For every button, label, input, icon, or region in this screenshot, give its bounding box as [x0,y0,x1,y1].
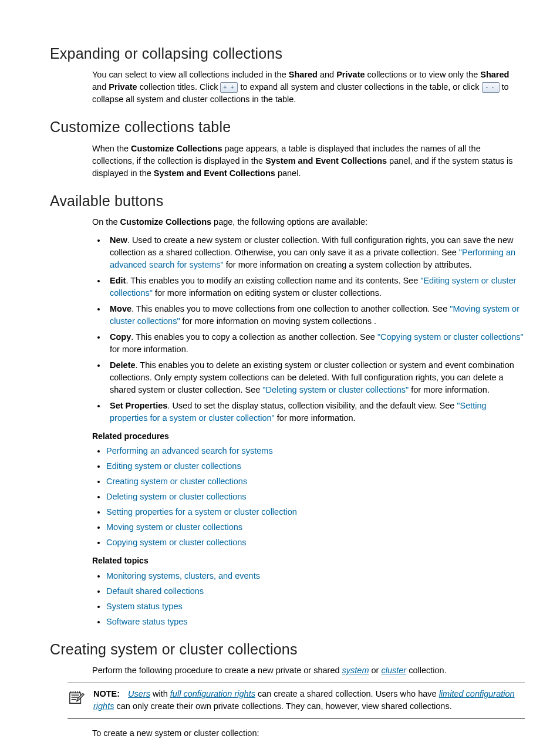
list-item: New. Used to create a new system or clus… [106,234,525,271]
list-item: Performing an advanced search for system… [106,445,525,457]
list-item: System status types [106,600,525,613]
note-icon [68,688,85,713]
list-item: Edit. This enables you to modify an exis… [106,275,525,299]
list-item: Creating system or cluster collections [106,475,525,488]
sec2-body: When the Customize Collections page appe… [92,143,525,180]
glossary-users[interactable]: Users [128,689,150,698]
collapse-icon: - - [482,82,500,93]
list-item: Set Properties. Used to set the display … [106,400,525,424]
sec2-para: When the Customize Collections page appe… [92,143,525,180]
heading-customize-table: Customize collections table [50,116,525,137]
sec4-lead: To create a new system or cluster collec… [92,727,525,740]
list-item: Copying system or cluster collections [106,536,525,549]
list-item: Deleting system or cluster collections [106,491,525,503]
list-item: Moving system or cluster collections [106,521,525,534]
link-rel-proc[interactable]: Editing system or cluster collections [106,461,241,471]
link-deleting[interactable]: "Deleting system or cluster collections" [262,385,409,394]
sec4-body: Perform the following procedure to creat… [92,664,525,677]
link-rel-top[interactable]: Monitoring systems, clusters, and events [106,571,260,580]
glossary-full-config[interactable]: full configuration rights [170,689,255,698]
list-item: Software status types [106,616,525,628]
link-rel-proc[interactable]: Setting properties for a system or clust… [106,507,297,517]
sec1-body: You can select to view all collections i… [92,69,525,106]
link-copying[interactable]: "Copying system or cluster collections" [377,332,524,342]
list-item: Monitoring systems, clusters, and events [106,570,525,582]
link-rel-proc[interactable]: Creating system or cluster collections [106,477,247,486]
sec4-intro: Perform the following procedure to creat… [92,664,525,677]
sec3-body: On the Customize Collections page, the f… [92,216,525,628]
heading-expanding: Expanding or collapsing collections [50,43,525,64]
list-item: Setting properties for a system or clust… [106,506,525,518]
note-block: NOTE:Users with full configuration right… [68,683,525,719]
heading-creating: Creating system or cluster collections [50,639,525,660]
related-topics-head: Related topics [92,555,525,566]
sec3-intro: On the Customize Collections page, the f… [92,216,525,228]
link-rel-proc[interactable]: Deleting system or cluster collections [106,492,247,501]
note-text: NOTE:Users with full configuration right… [93,688,525,713]
expand-icon: + + [220,82,238,93]
glossary-system[interactable]: system [342,666,369,675]
related-topics-list: Monitoring systems, clusters, and events… [92,570,525,628]
link-rel-proc[interactable]: Performing an advanced search for system… [106,446,273,455]
link-rel-top[interactable]: Software status types [106,617,188,626]
link-rel-top[interactable]: System status types [106,602,183,611]
list-item: Editing system or cluster collections [106,460,525,472]
related-procedures-head: Related procedures [92,430,525,442]
list-item: Move. This enables you to move collectio… [106,303,525,328]
heading-available-buttons: Available buttons [50,190,525,211]
list-item: Copy. This enables you to copy a collect… [106,331,525,356]
glossary-cluster[interactable]: cluster [381,666,406,675]
sec4-body2: To create a new system or cluster collec… [92,727,525,740]
link-rel-top[interactable]: Default shared collections [106,586,204,596]
button-list: New. Used to create a new system or clus… [92,234,525,424]
sec1-para: You can select to view all collections i… [92,69,525,106]
list-item: Default shared collections [106,585,525,598]
related-procedures-list: Performing an advanced search for system… [92,445,525,549]
link-rel-proc[interactable]: Copying system or cluster collections [106,538,247,547]
link-rel-proc[interactable]: Moving system or cluster collections [106,522,242,532]
list-item: Delete. This enables you to delete an ex… [106,359,525,396]
